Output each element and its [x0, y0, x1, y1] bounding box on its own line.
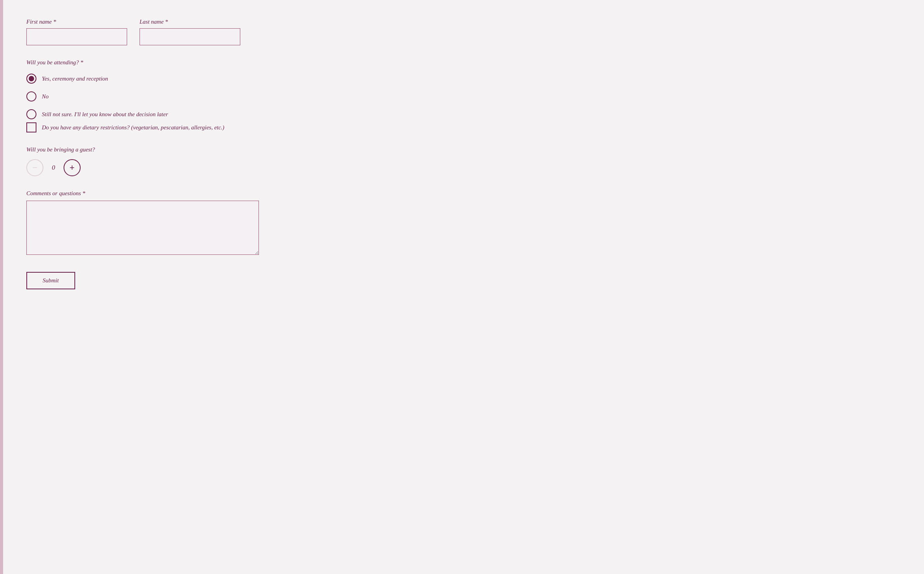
comments-label: Comments or questions * [26, 190, 901, 197]
submit-button[interactable]: Submit [26, 272, 75, 289]
attending-label: Will you be attending? * [26, 59, 901, 66]
radio-yes-input[interactable] [26, 74, 36, 84]
radio-item-no[interactable]: No [26, 91, 901, 101]
radio-maybe-label: Still not sure. I'll let you know about … [42, 111, 168, 118]
decrement-button[interactable]: − [26, 159, 43, 176]
increment-button[interactable]: + [64, 159, 81, 176]
radio-yes-label: Yes, ceremony and reception [42, 76, 108, 82]
guest-section: Will you be bringing a guest? − 0 + [26, 146, 901, 176]
attending-section: Will you be attending? * Yes, ceremony a… [26, 59, 901, 132]
radio-maybe-input[interactable] [26, 109, 36, 119]
comments-textarea[interactable] [26, 201, 259, 255]
first-name-input[interactable] [26, 28, 127, 45]
last-name-group: Last name * [140, 19, 240, 45]
attending-radio-group: Yes, ceremony and reception No Still not… [26, 74, 901, 119]
last-name-label: Last name * [140, 19, 240, 25]
radio-item-maybe[interactable]: Still not sure. I'll let you know about … [26, 109, 901, 119]
dietary-label: Do you have any dietary restrictions? (v… [42, 124, 224, 131]
guest-label: Will you be bringing a guest? [26, 146, 901, 153]
left-accent-bar [0, 0, 3, 574]
form-container: First name * Last name * Will you be att… [3, 0, 924, 574]
first-name-label: First name * [26, 19, 127, 25]
dietary-checkbox-input[interactable] [26, 122, 36, 132]
first-name-group: First name * [26, 19, 127, 45]
guest-count: 0 [50, 164, 57, 172]
comments-section: Comments or questions * [26, 190, 901, 256]
name-row: First name * Last name * [26, 19, 901, 45]
last-name-input[interactable] [140, 28, 240, 45]
radio-item-yes[interactable]: Yes, ceremony and reception [26, 74, 901, 84]
guest-stepper: − 0 + [26, 159, 901, 176]
radio-no-input[interactable] [26, 91, 36, 101]
page-container: First name * Last name * Will you be att… [0, 0, 924, 574]
radio-no-label: No [42, 93, 49, 100]
dietary-checkbox-item[interactable]: Do you have any dietary restrictions? (v… [26, 122, 901, 132]
